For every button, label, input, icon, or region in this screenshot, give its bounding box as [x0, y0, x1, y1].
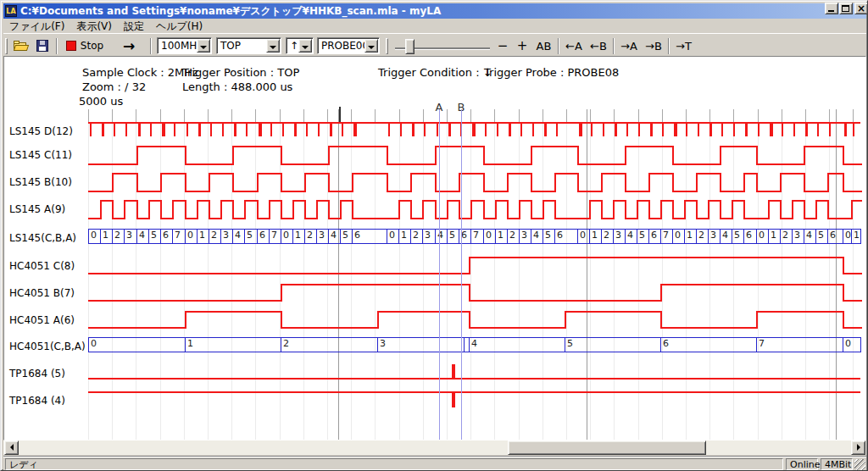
toolbar: Stop → 100MHz TOP ↑ PROBE00 − + AB	[3, 33, 866, 56]
time-scale-text: 5000 us	[79, 95, 123, 108]
horizontal-scrollbar[interactable]	[3, 441, 866, 455]
wave-edge	[232, 146, 234, 165]
bus-cell: 7	[660, 229, 673, 244]
wave-edge	[209, 200, 210, 219]
bus-cell: 6	[554, 229, 578, 244]
wave-edge	[160, 173, 162, 192]
minimize-button[interactable]	[825, 3, 838, 14]
wave-edge	[507, 173, 509, 192]
menu-help[interactable]: ヘルプ(H)	[150, 19, 209, 33]
wave-edge	[601, 200, 603, 219]
wave-segment	[601, 173, 626, 175]
wave-segment	[410, 173, 437, 175]
channel-label: LS145 C(11)	[9, 147, 90, 163]
wave-edge	[387, 146, 388, 165]
cursor-b-line[interactable]	[461, 109, 462, 440]
goto-b-button[interactable]: ←B	[587, 36, 610, 55]
close-button[interactable]: ×	[854, 3, 868, 14]
maximize-icon	[842, 5, 849, 12]
grid-minor-line	[447, 109, 448, 440]
maximize-button[interactable]	[839, 3, 853, 14]
trigger-edge-combo-value: ↑	[290, 40, 298, 52]
ab-button[interactable]: AB	[532, 36, 555, 55]
dropdown-arrow-icon[interactable]	[364, 39, 378, 53]
open-file-button[interactable]	[9, 36, 31, 55]
wave-edge	[281, 311, 282, 329]
wave-edge	[577, 173, 579, 192]
bus-cell: 0	[387, 229, 399, 244]
scroll-right-button[interactable]	[851, 441, 865, 455]
toolbar-grip[interactable]	[5, 38, 8, 54]
cursor-a-line[interactable]	[439, 109, 440, 440]
toolbar-separator	[668, 38, 670, 54]
wave-segment	[185, 311, 282, 313]
toolbar-grip[interactable]	[386, 38, 388, 54]
dropdown-arrow-icon[interactable]	[197, 39, 210, 53]
wave-segment	[843, 300, 862, 302]
wave-edge	[304, 173, 306, 192]
zoom-out-button[interactable]: −	[493, 36, 512, 55]
zoom-slider-thumb[interactable]	[405, 39, 415, 54]
bus-cell: 0	[185, 229, 198, 244]
wave-segment	[804, 191, 829, 192]
dropdown-arrow-icon[interactable]	[266, 39, 280, 53]
bus-cell: 5	[447, 229, 459, 244]
strobe-pulse	[556, 122, 558, 136]
clock-combo[interactable]: 100MHz	[157, 37, 212, 54]
wave-edge	[328, 200, 330, 219]
wave-edge	[410, 173, 412, 192]
strobe-pulse	[520, 122, 522, 136]
menu-file[interactable]: ファイル(F)	[3, 19, 70, 33]
wave-edge	[743, 200, 745, 219]
menu-view[interactable]: 表示(V)	[70, 19, 118, 33]
resize-grip[interactable]	[854, 459, 865, 470]
strobe-pulse	[793, 122, 795, 136]
bus-cell: 4	[328, 229, 341, 244]
set-b-button[interactable]: →B	[642, 36, 665, 55]
wave-edge	[577, 146, 579, 165]
wave-edge	[804, 200, 805, 219]
grid-tick	[638, 109, 639, 122]
wave-segment	[435, 146, 485, 147]
grid-minor-line	[519, 109, 520, 440]
scroll-left-button[interactable]	[4, 441, 19, 455]
scrollbar-thumb[interactable]	[508, 441, 706, 455]
bus-cell: 2	[209, 229, 221, 244]
run-button[interactable]: →	[114, 36, 144, 55]
toolbar-separator	[613, 38, 615, 54]
trigger-edge-combo[interactable]: ↑	[286, 37, 314, 54]
strobe-pulse	[603, 122, 604, 136]
save-file-button[interactable]	[31, 36, 53, 55]
wave-edge	[542, 200, 544, 219]
strobe-pulse	[448, 122, 451, 136]
zoom-in-button[interactable]: +	[513, 36, 531, 55]
stop-button[interactable]: Stop	[60, 36, 109, 55]
trigger-position-combo[interactable]: TOP	[216, 37, 281, 54]
grid-minor-line	[399, 109, 400, 440]
wave-edge	[843, 257, 844, 274]
wave-edge	[589, 200, 591, 219]
bus-cell: 3	[519, 229, 531, 244]
zoom-slider[interactable]	[393, 36, 492, 55]
bus-cell: 0	[577, 229, 590, 244]
dropdown-arrow-icon[interactable]	[298, 39, 312, 53]
wave-edge	[554, 200, 556, 219]
strobe-pulse	[259, 122, 262, 136]
wave-edge	[672, 173, 674, 192]
probe-combo[interactable]: PROBE00	[317, 37, 380, 54]
strobe-pulse	[437, 122, 438, 136]
wave-edge	[136, 173, 138, 192]
set-a-button[interactable]: →A	[617, 36, 641, 55]
wave-edge	[447, 200, 448, 219]
bus-cell: 6	[257, 229, 270, 244]
wave-segment	[827, 173, 844, 175]
strobe-pulse	[805, 122, 808, 136]
grid-tick	[470, 109, 471, 122]
goto-a-button[interactable]: ←A	[562, 36, 586, 55]
bus-cell: 4	[469, 337, 565, 352]
grid-tick	[351, 109, 352, 122]
wave-edge	[483, 173, 485, 192]
bus-cell: 3	[422, 229, 436, 244]
goto-trigger-button[interactable]: →T	[672, 36, 695, 55]
menu-settings[interactable]: 設定	[118, 19, 150, 33]
